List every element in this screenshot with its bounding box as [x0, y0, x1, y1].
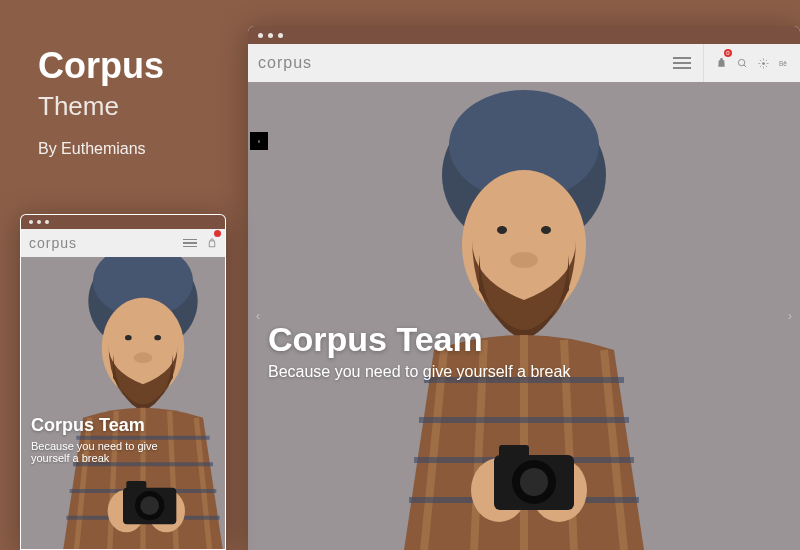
svg-point-6	[510, 252, 538, 268]
svg-point-1	[762, 62, 765, 65]
svg-point-7	[497, 226, 507, 234]
hero-title: Corpus Team	[268, 320, 570, 359]
desktop-browser-chrome	[248, 26, 800, 44]
hero-subtitle: Because you need to give yourself a brea…	[31, 440, 196, 464]
header-icon-group: 0 Bē	[703, 44, 790, 82]
svg-point-27	[134, 352, 153, 363]
svg-point-28	[125, 335, 132, 340]
svg-point-0	[738, 59, 744, 65]
search-icon[interactable]	[737, 58, 748, 69]
site-logo[interactable]: corpus	[29, 235, 77, 251]
hamburger-menu-button[interactable]	[183, 239, 197, 248]
svg-rect-23	[499, 445, 529, 459]
window-dot-icon	[37, 220, 41, 224]
cart-button[interactable]: 0	[716, 54, 727, 72]
mobile-browser-chrome	[21, 215, 225, 229]
mobile-preview-window: corpus	[20, 214, 226, 550]
theme-subtitle: Theme	[38, 91, 164, 122]
svg-rect-44	[127, 481, 147, 490]
desktop-preview-window: corpus 0 Bē ◦	[248, 26, 800, 550]
theme-info-panel: Corpus Theme By Euthemians	[38, 45, 164, 158]
slide-indicator-icon: ◦	[250, 132, 268, 150]
hero-person-image	[354, 82, 694, 550]
theme-author: By Euthemians	[38, 140, 164, 158]
window-dot-icon	[45, 220, 49, 224]
slider-next-button[interactable]: ›	[788, 309, 792, 323]
hamburger-menu-button[interactable]	[673, 57, 691, 69]
svg-text:Bē: Bē	[779, 60, 787, 67]
cart-count-badge	[214, 230, 221, 237]
mobile-site-header: corpus	[21, 229, 225, 257]
svg-point-29	[155, 335, 162, 340]
hero-person-image	[28, 257, 225, 550]
bag-icon	[716, 57, 727, 68]
hero-title: Corpus Team	[31, 415, 196, 436]
hero-text-block: Corpus Team Because you need to give you…	[31, 415, 196, 464]
svg-point-8	[541, 226, 551, 234]
desktop-site-header: corpus 0 Bē	[248, 44, 800, 82]
gear-icon[interactable]	[758, 58, 769, 69]
slider-prev-button[interactable]: ‹	[256, 309, 260, 323]
window-dot-icon	[268, 33, 273, 38]
theme-title: Corpus	[38, 45, 164, 87]
window-dot-icon	[278, 33, 283, 38]
hero-text-block: Corpus Team Because you need to give you…	[268, 320, 570, 381]
svg-point-26	[102, 298, 185, 398]
hero-subtitle: Because you need to give yourself a brea…	[268, 363, 570, 381]
svg-point-22	[520, 468, 548, 496]
cart-button[interactable]	[207, 234, 217, 252]
cart-count-badge: 0	[724, 49, 732, 57]
site-logo[interactable]: corpus	[258, 54, 312, 72]
mobile-hero-section: Corpus Team Because you need to give you…	[21, 257, 225, 550]
window-dot-icon	[258, 33, 263, 38]
bag-icon	[207, 238, 217, 248]
window-dot-icon	[29, 220, 33, 224]
desktop-hero-section: ◦	[248, 82, 800, 550]
svg-point-43	[141, 496, 160, 515]
svg-point-5	[462, 170, 586, 320]
behance-icon[interactable]: Bē	[779, 58, 790, 69]
